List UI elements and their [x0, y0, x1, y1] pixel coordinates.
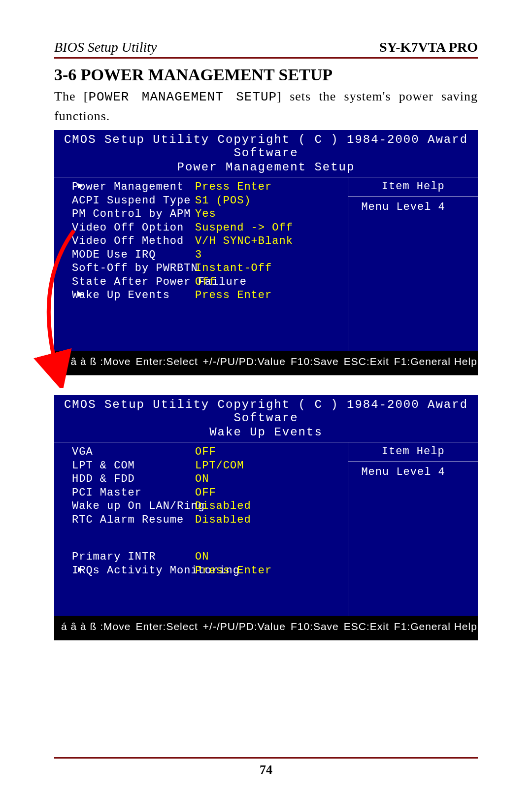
bios-screen-power-management: CMOS Setup Utility Copyright ( C ) 1984-… [54, 130, 478, 375]
spacer [72, 527, 343, 550]
foot-value: +/-/PU/PD:Value [203, 356, 286, 367]
setting-value: V/H SYNC+Blank [195, 234, 293, 248]
setting-row: Primary INTRON [72, 550, 343, 564]
setting-row: Video Off OptionSuspend -> Off [72, 221, 343, 235]
foot-fail: F6:Fail-Safe Defaults [203, 639, 310, 640]
setting-name: VGA [72, 445, 195, 459]
divider [348, 197, 478, 197]
setting-value: Suspend -> Off [195, 221, 293, 235]
foot-prev: F5:Previous Values [61, 374, 159, 375]
footer-rule [54, 757, 478, 759]
foot-move: á â à ß :Move [61, 356, 131, 367]
setting-name: ACPI Suspend Type [72, 194, 195, 208]
setting-value: Press Enter [195, 564, 272, 578]
setting-value: Off [195, 275, 216, 289]
foot-move: á â à ß :Move [61, 621, 131, 632]
setting-row: RTC Alarm ResumeDisabled [72, 513, 343, 527]
setting-value: 3 [195, 248, 202, 262]
setting-value: OFF [195, 486, 216, 500]
setting-name: Power Management [72, 180, 195, 194]
foot-save: F10:Save [291, 621, 339, 632]
bios1-help-line: Menu Level 4 [354, 201, 472, 213]
submenu-indicator-icon: ▶ [78, 289, 84, 300]
bios2-help-line: Menu Level 4 [354, 466, 472, 478]
setting-row: LPT & COMLPT/COM [72, 459, 343, 473]
setting-row: ▶Power ManagementPress Enter [72, 180, 343, 194]
setting-row: ▶IRQs Activity MonitoringPress Enter [72, 564, 343, 578]
foot-save: F10:Save [291, 356, 339, 367]
setting-name: Wake Up Events [72, 289, 195, 302]
bios2-subtitle: Wake Up Events [54, 426, 478, 442]
bios2-help-title: Item Help [354, 445, 472, 460]
intro-cmd: POWER MANAGEMENT SETUP [88, 90, 277, 104]
bios2-settings-pane: VGAOFFLPT & COMLPT/COMHDD & FDDONPCI Mas… [54, 442, 348, 616]
foot-opt: F7: Optimized Defaults [355, 639, 471, 640]
setting-name: Primary INTR [72, 550, 195, 564]
setting-value: Press Enter [195, 289, 272, 302]
setting-name: IRQs Activity Monitoring [72, 564, 195, 578]
foot-exit: ESC:Exit [344, 621, 389, 632]
submenu-indicator-icon: ▶ [78, 564, 84, 575]
setting-name: Wake up On LAN/Ring [72, 499, 195, 513]
setting-row: MODE Use IRQ3 [72, 248, 343, 262]
setting-row: Video Off MethodV/H SYNC+Blank [72, 234, 343, 248]
section-intro: The [POWER MANAGEMENT SETUP] sets the sy… [54, 87, 478, 125]
setting-value: LPT/COM [195, 459, 244, 473]
setting-row: Wake up On LAN/RingDisabled [72, 499, 343, 513]
bios-screen-wake-up-events: CMOS Setup Utility Copyright ( C ) 1984-… [54, 395, 478, 640]
page-header: BIOS Setup Utility SY-K7VTA PRO [54, 39, 478, 59]
setting-row: State After Power FailureOff [72, 275, 343, 289]
setting-row: PCI MasterOFF [72, 486, 343, 500]
setting-value: Press Enter [195, 180, 272, 194]
setting-row: PM Control by APMYes [72, 207, 343, 221]
bios2-help-pane: Item Help Menu Level 4 [348, 442, 478, 616]
setting-value: ON [195, 550, 209, 564]
setting-name: HDD & FDD [72, 472, 195, 486]
section-title: 3-6 POWER MANAGEMENT SETUP [54, 66, 478, 84]
foot-select: Enter:Select [135, 356, 198, 367]
setting-name: LPT & COM [72, 459, 195, 473]
foot-select: Enter:Select [135, 621, 198, 632]
setting-row: ▶Wake Up EventsPress Enter [72, 289, 343, 302]
setting-name: PM Control by APM [72, 207, 195, 221]
header-right: SY-K7VTA PRO [379, 39, 478, 55]
setting-name: Video Off Method [72, 234, 195, 248]
foot-prev: F5:Previous Values [61, 639, 159, 640]
setting-value: Disabled [195, 499, 251, 513]
setting-row: Soft-Off by PWRBTNInstant-Off [72, 262, 343, 275]
foot-fail: F6:Fail-Safe Defaults [203, 374, 310, 375]
setting-row: VGAOFF [72, 445, 343, 459]
setting-name: MODE Use IRQ [72, 248, 195, 262]
bios1-help-pane: Item Help Menu Level 4 [348, 177, 478, 351]
setting-value: S1 (POS) [195, 194, 251, 208]
submenu-indicator-icon: ▶ [78, 180, 84, 192]
divider [348, 462, 478, 462]
setting-name: State After Power Failure [72, 275, 195, 289]
bios1-title: CMOS Setup Utility Copyright ( C ) 1984-… [54, 130, 478, 161]
foot-opt: F7: Optimized Defaults [355, 374, 471, 375]
setting-name: PCI Master [72, 486, 195, 500]
foot-help: F1:General Help [394, 621, 477, 632]
setting-value: Instant-Off [195, 262, 272, 275]
setting-name: RTC Alarm Resume [72, 513, 195, 527]
setting-row: ACPI Suspend TypeS1 (POS) [72, 194, 343, 208]
page-number: 74 [0, 763, 532, 777]
foot-value: +/-/PU/PD:Value [203, 621, 286, 632]
setting-value: Yes [195, 207, 216, 221]
bios1-subtitle: Power Management Setup [54, 161, 478, 177]
foot-help: F1:General Help [394, 356, 477, 367]
setting-value: Disabled [195, 513, 251, 527]
bios2-footer: á â à ß :Move Enter:Select +/-/PU/PD:Val… [54, 616, 478, 640]
header-left: BIOS Setup Utility [54, 39, 157, 55]
setting-name: Soft-Off by PWRBTN [72, 262, 195, 275]
intro-pre: The [ [54, 89, 88, 103]
setting-name: Video Off Option [72, 221, 195, 235]
bios1-help-title: Item Help [354, 180, 472, 195]
setting-value: ON [195, 472, 209, 486]
foot-exit: ESC:Exit [344, 356, 389, 367]
setting-value: OFF [195, 445, 216, 459]
bios1-footer: á â à ß :Move Enter:Select +/-/PU/PD:Val… [54, 351, 478, 375]
setting-row: HDD & FDDON [72, 472, 343, 486]
bios1-settings-pane: ▶Power ManagementPress EnterACPI Suspend… [54, 177, 348, 351]
bios2-title: CMOS Setup Utility Copyright ( C ) 1984-… [54, 395, 478, 426]
